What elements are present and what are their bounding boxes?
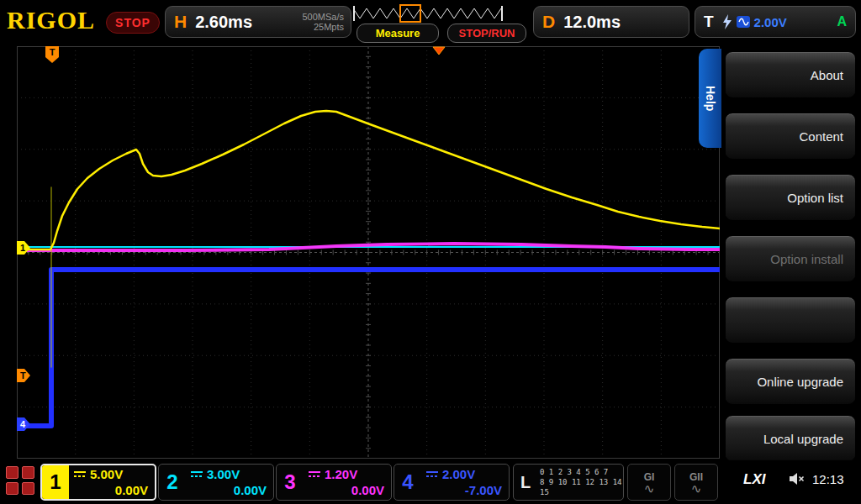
svg-text:4: 4 bbox=[20, 419, 26, 429]
channel-2-number: 2 bbox=[159, 465, 186, 500]
menu-item-label: About bbox=[811, 68, 855, 82]
channel-4-offset: -7.00V bbox=[465, 482, 502, 498]
trigger-level: 2.00V bbox=[754, 15, 787, 29]
trigger-source-icon bbox=[737, 15, 751, 29]
lxi-logo: LXI bbox=[743, 471, 765, 488]
memory-depth: 25Mpts bbox=[314, 22, 344, 32]
coupling-icon bbox=[191, 470, 203, 479]
channel-1-values: 5.00V 0.00V bbox=[69, 465, 155, 499]
acquisition-info: 500MSa/s 25Mpts bbox=[302, 12, 344, 32]
channel-3-number: 3 bbox=[277, 465, 304, 500]
menu-item-option-list[interactable]: Option list bbox=[725, 174, 856, 221]
channel-3-scale: 1.20V bbox=[325, 466, 357, 482]
delay-value: 12.0ms bbox=[563, 13, 621, 32]
stop-run-button[interactable]: STOP/RUN bbox=[447, 24, 526, 43]
channel-2-box[interactable]: 2 3.00V 0.00V bbox=[158, 464, 274, 501]
coupling-icon bbox=[426, 470, 438, 479]
run-state-badge: STOP bbox=[106, 12, 160, 34]
waveform-display: 1T4T bbox=[17, 46, 720, 459]
svg-text:T: T bbox=[50, 47, 55, 57]
speaker-muted-icon[interactable] bbox=[789, 472, 806, 486]
channel-4-scale: 2.00V bbox=[442, 466, 475, 482]
delay-label: D bbox=[542, 12, 555, 32]
menu-item-option-install: Option install bbox=[725, 235, 856, 282]
menu-item-online-upgrade[interactable]: Online upgrade bbox=[725, 358, 856, 405]
channel-1-scale: 5.00V bbox=[90, 466, 123, 482]
channel-2-scale: 3.00V bbox=[207, 466, 240, 482]
digital-channels-row1: 0 1 2 3 4 5 6 7 bbox=[540, 467, 623, 477]
channel-4-box[interactable]: 4 2.00V -7.00V bbox=[394, 464, 510, 501]
measure-button[interactable]: Measure bbox=[357, 24, 439, 43]
channel-1-offset: 0.00V bbox=[115, 482, 148, 498]
channel-3-values: 1.20V 0.00V bbox=[304, 465, 391, 500]
help-tab[interactable]: Help bbox=[699, 49, 721, 148]
coupling-icon bbox=[74, 470, 86, 479]
timebase-value: 2.60ms bbox=[195, 13, 252, 32]
delay-panel[interactable]: D 12.0ms bbox=[533, 6, 689, 38]
horizontal-panel[interactable]: H 2.60ms 500MSa/s 25Mpts bbox=[165, 6, 351, 38]
svg-text:1: 1 bbox=[20, 243, 25, 253]
sine-icon: ∿ bbox=[691, 483, 702, 494]
horizontal-label: H bbox=[174, 12, 187, 32]
memory-position-strip[interactable] bbox=[353, 4, 503, 23]
menu-item-label: Content bbox=[799, 129, 855, 144]
coupling-icon bbox=[309, 470, 320, 479]
menu-item-label: Option install bbox=[770, 252, 855, 266]
channel-1-box[interactable]: 1 5.00V 0.00V bbox=[40, 464, 156, 501]
channel-4-number: 4 bbox=[394, 465, 421, 500]
digital-channels-row2: 8 9 10 11 12 13 14 15 bbox=[540, 477, 623, 497]
channel-2-offset: 0.00V bbox=[234, 482, 267, 498]
channel-4-values: 2.00V -7.00V bbox=[421, 465, 509, 500]
menu-item-label: Local upgrade bbox=[763, 432, 855, 446]
oscilloscope-screen: RIGOL STOP H 2.60ms 500MSa/s 25Mpts Meas… bbox=[0, 0, 861, 504]
scope-grid: 1T4T bbox=[17, 46, 720, 459]
source1-button[interactable]: GI ∿ bbox=[627, 464, 671, 501]
logic-analyzer-box[interactable]: L 0 1 2 3 4 5 6 7 8 9 10 11 12 13 14 15 bbox=[513, 464, 624, 501]
channel-1-number: 1 bbox=[42, 465, 69, 499]
trigger-mode-badge: A bbox=[837, 14, 847, 29]
memory-waveform-icon bbox=[353, 4, 503, 23]
digital-channel-list: 0 1 2 3 4 5 6 7 8 9 10 11 12 13 14 15 bbox=[537, 465, 623, 500]
menu-item-empty bbox=[725, 297, 856, 344]
bottom-bar: 1 5.00V 0.00V 2 bbox=[0, 460, 861, 504]
rigol-logo: RIGOL bbox=[7, 6, 95, 34]
clock: 12:13 bbox=[812, 472, 844, 486]
menu-item-about[interactable]: About bbox=[725, 51, 856, 98]
trigger-slope-icon bbox=[722, 14, 732, 29]
channel-2-values: 3.00V 0.00V bbox=[186, 465, 273, 500]
trigger-panel[interactable]: T 2.00V A bbox=[695, 6, 856, 38]
logic-label: L bbox=[514, 465, 537, 500]
svg-text:T: T bbox=[20, 370, 26, 381]
channel-3-box[interactable]: 3 1.20V 0.00V bbox=[276, 464, 392, 501]
menu-grid-icon[interactable] bbox=[6, 466, 34, 495]
menu-item-content[interactable]: Content bbox=[725, 113, 856, 160]
sine-icon: ∿ bbox=[644, 483, 655, 494]
sample-rate: 500MSa/s bbox=[302, 12, 344, 22]
menu-item-label: Online upgrade bbox=[757, 375, 855, 389]
source2-button[interactable]: GII ∿ bbox=[674, 464, 718, 501]
menu-item-local-upgrade[interactable]: Local upgrade bbox=[725, 415, 856, 462]
trigger-label: T bbox=[704, 13, 714, 31]
menu-item-label: Option list bbox=[787, 191, 855, 205]
channel-3-offset: 0.00V bbox=[351, 482, 384, 498]
